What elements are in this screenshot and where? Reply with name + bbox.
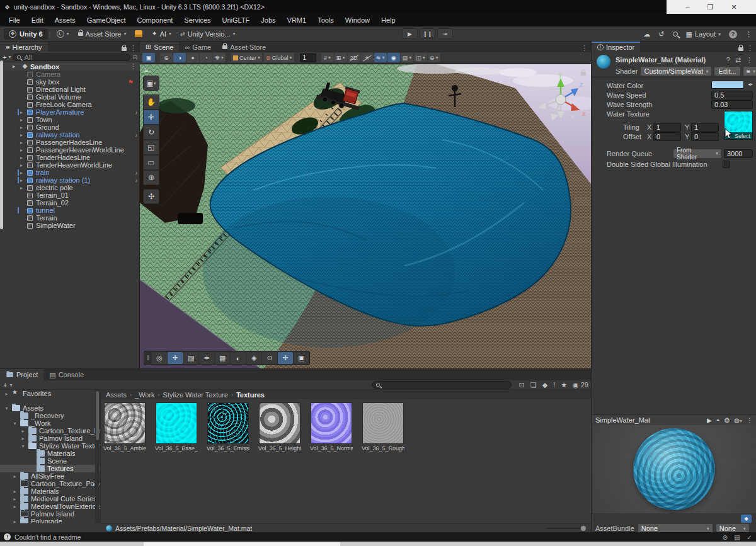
project-tree-item[interactable]: Favorites	[0, 390, 100, 397]
step-button[interactable]: ⇥	[437, 28, 453, 39]
account-dropdown[interactable]: L ▾	[52, 26, 74, 42]
expander-icon[interactable]	[20, 185, 27, 191]
material-menu-dropdown[interactable]: ≡ ▾	[743, 67, 756, 76]
layout-dropdown[interactable]: ▦ Layout ▾	[686, 26, 721, 42]
hierarchy-item[interactable]: Terrain_02	[0, 199, 140, 207]
play-button[interactable]: ▶	[402, 28, 418, 39]
menu-item[interactable]: Help	[376, 14, 401, 26]
tab-project[interactable]: Project	[0, 369, 43, 380]
gizmo-lock-icon[interactable]	[581, 69, 586, 77]
project-tree-item[interactable]: Materials	[0, 487, 100, 495]
hierarchy-item[interactable]: tunnel	[0, 207, 140, 214]
history-icon[interactable]: ↺	[658, 30, 664, 38]
scene-visibility-icon[interactable]: ◉	[387, 53, 400, 62]
hierarchy-search-input[interactable]: All	[13, 54, 130, 61]
add-button[interactable]: +	[3, 54, 6, 61]
help-icon[interactable]: ?	[726, 56, 730, 64]
scrollbar-thumb[interactable]	[96, 391, 99, 440]
assetbundle-tag-icon[interactable]: ◆	[741, 515, 752, 523]
project-tree-item[interactable]: AllSkyFree	[0, 472, 100, 480]
menu-item[interactable]: Edit	[26, 14, 49, 26]
hierarchy-item[interactable]: railway station (1) ›	[0, 176, 140, 184]
wireframe-icon[interactable]: ◔	[200, 53, 212, 62]
rotate-tool[interactable]: ↻	[143, 125, 159, 140]
left-edge-grip[interactable]	[0, 60, 3, 229]
expander-icon[interactable]	[12, 504, 18, 509]
hand-tool[interactable]: ✋	[143, 94, 159, 110]
help-icon[interactable]: ?	[729, 30, 737, 38]
effects-toggle-icon[interactable]: ≋▾	[374, 53, 387, 62]
terrain-settings-tool[interactable]: ≑	[199, 352, 214, 364]
expander-icon[interactable]	[20, 208, 27, 213]
hidden-count[interactable]: ◉ 29	[573, 381, 588, 389]
zoom-overlay-tool[interactable]: ⊙	[262, 352, 277, 364]
grid-visibility-icon[interactable]: #▾	[321, 53, 334, 62]
pan-overlay-tool[interactable]: ✛	[278, 352, 293, 364]
expander-icon[interactable]	[12, 421, 18, 426]
activity-ok-icon[interactable]: ✓	[747, 533, 752, 541]
expander-icon[interactable]	[12, 519, 18, 524]
preview-menu-icon[interactable]: ⋮	[747, 417, 753, 424]
menu-item[interactable]: Assets	[50, 14, 81, 26]
lighting-toggle-icon[interactable]: ☀	[361, 53, 374, 62]
hierarchy-item[interactable]: Global Volume	[0, 93, 140, 101]
expander-icon[interactable]	[20, 428, 26, 434]
wave-strength-field[interactable]: 0.03	[711, 100, 753, 109]
tab-scene[interactable]: ⊞ Scene	[140, 42, 179, 52]
preview-light-icon[interactable]: ❂	[724, 417, 730, 424]
hierarchy-item[interactable]: Camera	[0, 71, 140, 78]
hierarchy-item[interactable]: Town	[0, 116, 140, 123]
status-message[interactable]: Couldn't find a readme	[14, 533, 81, 541]
overlays-icon[interactable]: ▤▾	[401, 53, 414, 62]
hierarchy-item[interactable]: PassengerHadesLine	[0, 139, 140, 146]
breadcrumb-item[interactable]: _Work	[135, 391, 155, 399]
gizmos-icon[interactable]: ⊕▾	[428, 53, 440, 62]
orientation-dropdown[interactable]: ⊛ Global ▾	[264, 53, 294, 62]
2d-toggle-icon[interactable]: 2D	[348, 53, 360, 62]
menu-item[interactable]: File	[4, 14, 25, 26]
snap-settings-icon[interactable]: ⊞▾	[335, 53, 347, 62]
project-tree-item[interactable]: Scene	[0, 457, 100, 465]
expander-icon[interactable]	[20, 132, 27, 138]
expander-icon[interactable]	[20, 125, 27, 130]
view-compass-tool[interactable]: ◎	[152, 352, 167, 364]
scale-tool[interactable]: ◱	[143, 140, 159, 155]
expander-icon[interactable]	[20, 147, 27, 153]
texture-asset[interactable]: Vol_36_5_Normal	[310, 402, 353, 452]
view-options-button[interactable]: ▣	[142, 53, 155, 62]
expander-icon[interactable]	[20, 200, 27, 206]
hierarchy-item[interactable]: Ground	[0, 123, 140, 131]
edit-shader-button[interactable]: Edit...	[714, 67, 740, 76]
offset-y-field[interactable]: 0	[691, 132, 719, 141]
eyedropper-icon[interactable]: ✒	[747, 81, 755, 89]
project-tree-item[interactable]: Textures	[0, 465, 100, 472]
project-tree-item[interactable]: Materials	[0, 450, 100, 457]
expander-icon[interactable]	[13, 64, 20, 69]
slider-thumb[interactable]	[581, 526, 586, 531]
kebab-icon[interactable]: ⋮	[578, 44, 591, 52]
breadcrumb-item[interactable]: Textures	[236, 391, 265, 399]
drag-handle-icon[interactable]: ‖	[145, 355, 151, 361]
kebab-icon[interactable]: ⋮	[745, 30, 752, 38]
project-tree-item[interactable]: Stylize Water Texture	[0, 442, 100, 450]
unity-version-badge[interactable]: ❖ Unity 6	[4, 28, 48, 40]
shader-dropdown[interactable]: Custom/SimpleWater ▾	[641, 67, 711, 76]
menu-item[interactable]: Tools	[312, 14, 339, 26]
project-tree-item[interactable]: Palmov Island	[0, 510, 100, 518]
expander-icon[interactable]	[12, 496, 18, 502]
tree-scrollbar[interactable]	[95, 390, 100, 523]
label-filter-icon[interactable]: ◆	[542, 381, 547, 389]
tiling-x-field[interactable]: 1	[653, 123, 681, 132]
texture-asset[interactable]: Vol_36_5_Base_Co...	[155, 402, 198, 452]
menu-item[interactable]: Window	[340, 14, 375, 26]
expander-icon[interactable]	[20, 87, 27, 93]
expander-icon[interactable]	[12, 489, 18, 494]
shaded-icon[interactable]: ●	[186, 53, 199, 62]
hierarchy-item[interactable]: Directional Light	[0, 86, 140, 93]
expander-icon[interactable]	[12, 474, 18, 479]
kebab-icon[interactable]: ⋮	[746, 56, 753, 64]
breadcrumb-item[interactable]: Stylize Water Texture	[163, 391, 228, 399]
expander-icon[interactable]	[20, 72, 27, 77]
draw-mode-icon[interactable]: ⊕	[160, 53, 173, 62]
wave-speed-field[interactable]: 0.5	[711, 91, 753, 100]
